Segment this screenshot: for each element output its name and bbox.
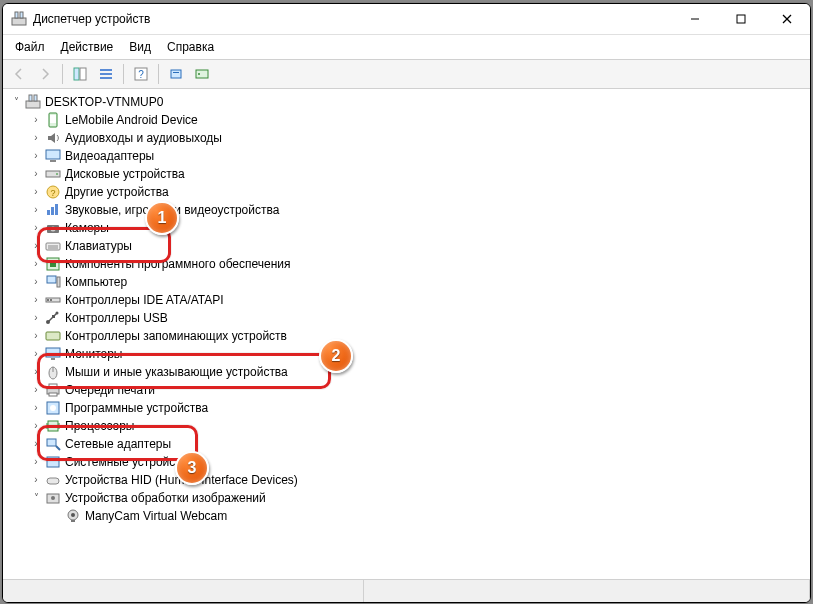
svg-rect-18 xyxy=(26,101,40,108)
svg-rect-11 xyxy=(100,77,112,79)
toolbar-separator xyxy=(158,64,159,84)
menu-action[interactable]: Действие xyxy=(53,39,122,55)
minimize-button[interactable] xyxy=(672,4,718,34)
tree-category[interactable]: ›Видеоадаптеры xyxy=(29,147,808,165)
toolbar-help-button[interactable]: ? xyxy=(129,62,153,86)
category-label: Компьютер xyxy=(65,273,127,291)
device-manager-window: Диспетчер устройств Файл Действие Вид Сп… xyxy=(2,3,811,603)
toolbar-view-button[interactable] xyxy=(190,62,214,86)
category-icon xyxy=(45,400,61,416)
expand-icon[interactable]: › xyxy=(29,329,43,343)
close-button[interactable] xyxy=(764,4,810,34)
expand-icon[interactable]: › xyxy=(29,131,43,145)
toolbar-forward-button[interactable] xyxy=(33,62,57,86)
tree-category[interactable]: ›Очереди печати xyxy=(29,381,808,399)
menu-file[interactable]: Файл xyxy=(7,39,53,55)
tree-root[interactable]: ˅ DESKTOP-VTNMUP0 xyxy=(9,93,808,111)
tree-category[interactable]: ›Другие устройства xyxy=(29,183,808,201)
svg-rect-8 xyxy=(80,68,86,80)
category-icon xyxy=(45,292,61,308)
expand-icon[interactable]: › xyxy=(29,221,43,235)
collapse-icon[interactable]: ˅ xyxy=(9,95,23,109)
maximize-button[interactable] xyxy=(718,4,764,34)
expand-icon[interactable]: › xyxy=(29,365,43,379)
category-icon xyxy=(45,454,61,470)
tree-category[interactable]: ›Камеры xyxy=(29,219,808,237)
tree-category[interactable]: ›Контроллеры запоминающих устройств xyxy=(29,327,808,345)
category-label: Очереди печати xyxy=(65,381,155,399)
expand-icon[interactable]: › xyxy=(29,293,43,307)
expand-icon[interactable]: ˅ xyxy=(29,491,43,505)
toolbar-separator xyxy=(123,64,124,84)
device-tree-panel[interactable]: ˅ DESKTOP-VTNMUP0 ›LeMobile Android Devi… xyxy=(3,89,810,579)
tree-category[interactable]: ›Контроллеры USB xyxy=(29,309,808,327)
expand-icon[interactable]: › xyxy=(29,149,43,163)
category-label: Устройства обработки изображений xyxy=(65,489,266,507)
tree-category[interactable]: ›Системные устройства xyxy=(29,453,808,471)
tree-category[interactable]: ›Мониторы xyxy=(29,345,808,363)
svg-rect-10 xyxy=(100,73,112,75)
category-icon xyxy=(45,490,61,506)
tree-category[interactable]: ›Звуковые, игровые и видеоустройства xyxy=(29,201,808,219)
category-icon xyxy=(45,436,61,452)
tree-device[interactable]: ManyCam Virtual Webcam xyxy=(49,507,808,525)
expand-icon[interactable]: › xyxy=(29,437,43,451)
category-icon xyxy=(45,256,61,272)
toolbar-show-hide-button[interactable] xyxy=(68,62,92,86)
expand-icon[interactable]: › xyxy=(29,257,43,271)
titlebar: Диспетчер устройств xyxy=(3,4,810,35)
svg-rect-19 xyxy=(29,95,32,101)
toolbar-properties-button[interactable] xyxy=(94,62,118,86)
svg-rect-20 xyxy=(34,95,37,101)
expand-icon[interactable]: › xyxy=(29,239,43,253)
expand-icon[interactable]: › xyxy=(29,203,43,217)
svg-rect-7 xyxy=(74,68,79,80)
category-icon xyxy=(45,382,61,398)
category-label: Звуковые, игровые и видеоустройства xyxy=(65,201,279,219)
toolbar-scan-button[interactable] xyxy=(164,62,188,86)
menu-view[interactable]: Вид xyxy=(121,39,159,55)
tree-category[interactable]: ›Сетевые адаптеры xyxy=(29,435,808,453)
category-label: Камеры xyxy=(65,219,109,237)
expand-icon[interactable]: › xyxy=(29,275,43,289)
tree-category[interactable]: ›Программные устройства xyxy=(29,399,808,417)
tree-category[interactable]: ›Компоненты программного обеспечения xyxy=(29,255,808,273)
category-label: Дисковые устройства xyxy=(65,165,185,183)
tree-category[interactable]: ›LeMobile Android Device xyxy=(29,111,808,129)
tree-category[interactable]: ›Аудиовходы и аудиовыходы xyxy=(29,129,808,147)
svg-point-17 xyxy=(198,73,200,75)
svg-rect-12 xyxy=(135,68,147,80)
tree-category[interactable]: ›Компьютер xyxy=(29,273,808,291)
category-label: Компоненты программного обеспечения xyxy=(65,255,291,273)
device-tree[interactable]: ˅ DESKTOP-VTNMUP0 ›LeMobile Android Devi… xyxy=(5,93,808,525)
expand-icon[interactable]: › xyxy=(29,311,43,325)
category-icon xyxy=(45,184,61,200)
category-icon xyxy=(45,166,61,182)
device-icon xyxy=(65,508,81,524)
category-label: Процессоры xyxy=(65,417,135,435)
expand-icon[interactable]: › xyxy=(29,185,43,199)
tree-category[interactable]: ›Процессоры xyxy=(29,417,808,435)
menu-help[interactable]: Справка xyxy=(159,39,222,55)
expand-icon[interactable]: › xyxy=(29,113,43,127)
tree-category[interactable]: ›Мыши и иные указывающие устройства xyxy=(29,363,808,381)
category-label: Мониторы xyxy=(65,345,122,363)
category-icon xyxy=(45,130,61,146)
expand-icon[interactable]: › xyxy=(29,455,43,469)
category-label: Мыши и иные указывающие устройства xyxy=(65,363,288,381)
tree-category[interactable]: ›Дисковые устройства xyxy=(29,165,808,183)
category-label: Другие устройства xyxy=(65,183,169,201)
category-icon xyxy=(45,238,61,254)
tree-category[interactable]: ›Контроллеры IDE ATA/ATAPI xyxy=(29,291,808,309)
expand-icon[interactable]: › xyxy=(29,167,43,181)
category-label: LeMobile Android Device xyxy=(65,111,198,129)
expand-icon[interactable]: › xyxy=(29,383,43,397)
toolbar-back-button[interactable] xyxy=(7,62,31,86)
expand-icon[interactable]: › xyxy=(29,401,43,415)
expand-icon[interactable]: › xyxy=(29,473,43,487)
tree-category[interactable]: ›Клавиатуры xyxy=(29,237,808,255)
tree-category[interactable]: ˅Устройства обработки изображений xyxy=(29,489,808,507)
expand-icon[interactable]: › xyxy=(29,419,43,433)
expand-icon[interactable]: › xyxy=(29,347,43,361)
tree-category[interactable]: ›Устройства HID (Human Interface Devices… xyxy=(29,471,808,489)
